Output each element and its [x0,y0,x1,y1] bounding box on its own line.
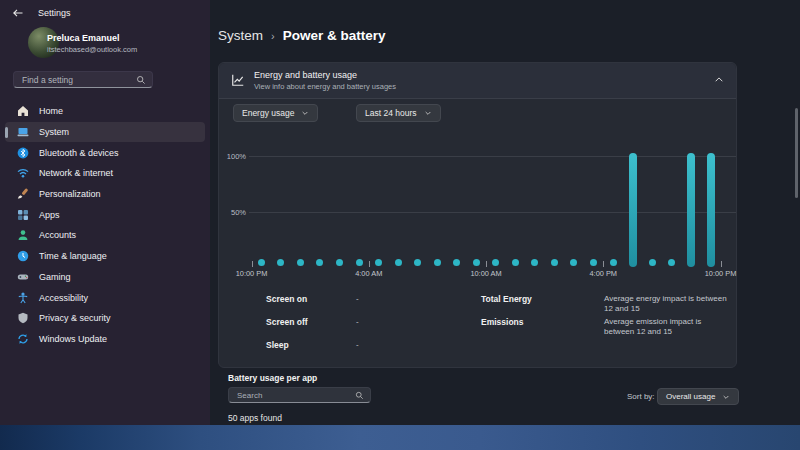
energy-card-subtitle: View info about energy and battery usage… [254,82,396,91]
chart-dot [356,259,363,266]
chart-dot [336,259,343,266]
sidebar-item-label: Bluetooth & devices [39,148,119,158]
stat-label: Screen off [266,317,308,327]
apps-found-count: 50 apps found [228,413,282,423]
system-icon [17,126,29,138]
window-titlebar: Settings [12,7,71,19]
sidebar-item-label: Gaming [39,272,71,282]
accounts-icon [17,229,29,241]
chart-dot [551,259,558,266]
settings-sidebar: Settings Preluca Emanuel itstechbased@ou… [0,0,210,425]
metric-dropdown[interactable]: Energy usage [233,104,318,122]
chart-dot [453,259,460,266]
chart-dot [492,259,499,266]
breadcrumb: System › Power & battery [218,28,385,43]
chart-dot [414,259,421,266]
chevron-up-icon[interactable] [714,75,724,85]
sidebar-item-label: Apps [39,210,60,220]
x-axis-tick [252,261,253,267]
chart-dot [590,259,597,266]
chart-dot [610,259,617,266]
gridline-50 [249,212,736,213]
chart-dot [277,259,284,266]
taskbar: Search PRE File Explorer Microsoft 365 (… [0,425,800,450]
windows-update-icon [17,333,29,345]
sort-dropdown[interactable]: Overall usage [657,388,739,405]
x-axis-label: 4:00 AM [346,269,392,278]
x-axis-tick [486,261,487,267]
sidebar-item-label: Accessibility [39,293,88,303]
find-setting-search[interactable] [13,71,153,88]
stat-label: Emissions [481,317,524,327]
sidebar-item-home[interactable]: Home [5,101,205,122]
user-email: itstechbased@outlook.com [47,45,137,54]
sidebar-item-network[interactable]: Network & internet [5,163,205,184]
x-axis-tick [369,261,370,267]
accessibility-icon [17,292,29,304]
back-arrow-icon[interactable] [12,7,24,19]
stat-value: - [356,294,359,304]
chart-dot [531,259,538,266]
sort-by-label: Sort by: [627,392,655,401]
chart-dot [375,259,382,266]
y-axis-label: 100% [219,152,246,161]
sidebar-item-windows-update[interactable]: Windows Update [5,329,205,350]
sidebar-item-label: Time & language [39,251,107,261]
chart-dot [258,259,265,266]
sidebar-item-label: System [39,127,69,137]
sidebar-item-system[interactable]: System [5,122,205,143]
sort-dropdown-value: Overall usage [666,392,715,401]
stat-label: Sleep [266,340,289,350]
sidebar-item-time-language[interactable]: Time & language [5,246,205,267]
energy-card-header[interactable]: Energy and battery usage View info about… [219,63,736,99]
x-axis-label: 10:00 AM [463,269,509,278]
sidebar-item-accounts[interactable]: Accounts [5,225,205,246]
sidebar-item-privacy[interactable]: Privacy & security [5,308,205,329]
chart-dot [512,259,519,266]
breadcrumb-system[interactable]: System [218,28,263,43]
battery-per-app-title: Battery usage per app [228,373,317,383]
gridline-100 [249,156,736,157]
settings-content: System › Power & battery Energy and batt… [210,0,800,425]
stat-value: Average energy impact is between 12 and … [604,294,732,313]
sidebar-item-personalization[interactable]: Personalization [5,184,205,205]
find-setting-input[interactable] [20,74,136,86]
energy-card-title: Energy and battery usage [254,70,357,80]
apps-icon [17,209,29,221]
chevron-down-icon [301,109,309,117]
metric-dropdown-value: Energy usage [242,108,294,118]
sidebar-item-label: Home [39,106,63,116]
sidebar-nav: Home System Bluetooth & devices Network … [5,101,205,349]
chart-bar [707,153,715,267]
privacy-icon [17,312,29,324]
page-title: Power & battery [283,28,386,43]
sidebar-item-gaming[interactable]: Gaming [5,267,205,288]
x-axis-label: 10:00 PM [229,269,275,278]
window-title: Settings [38,8,71,18]
selected-indicator [5,127,8,138]
sidebar-item-label: Network & internet [39,168,113,178]
stat-value: - [356,317,359,327]
stat-value: Average emission impact is between 12 an… [604,317,732,336]
time-range-dropdown[interactable]: Last 24 hours [356,104,441,122]
stat-label: Screen on [266,294,307,304]
chevron-down-icon [722,393,730,401]
chart-dot [473,259,480,266]
sidebar-item-label: Accounts [39,230,76,240]
chart-dot [668,259,675,266]
app-search-input[interactable] [235,390,355,401]
sidebar-item-label: Personalization [39,189,101,199]
chart-dot [570,259,577,266]
user-name: Preluca Emanuel [47,33,120,43]
scrollbar[interactable] [795,108,798,198]
sidebar-item-accessibility[interactable]: Accessibility [5,287,205,308]
stat-label: Total Energy [481,294,532,304]
time-language-icon [17,250,29,262]
bluetooth-icon [17,147,29,159]
app-search[interactable] [228,387,371,403]
home-icon [17,105,29,117]
stat-value: - [356,340,359,350]
sidebar-item-apps[interactable]: Apps [5,204,205,225]
sidebar-item-bluetooth[interactable]: Bluetooth & devices [5,142,205,163]
chart-dot [395,259,402,266]
